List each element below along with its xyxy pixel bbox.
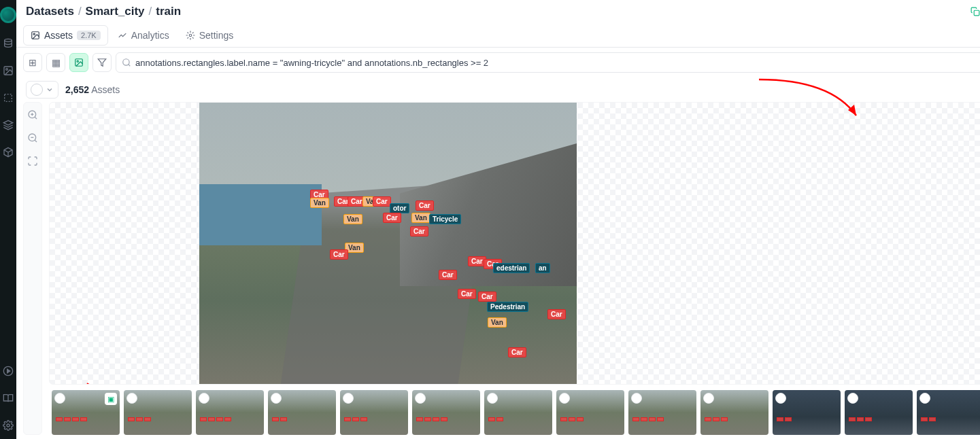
thumbnail[interactable]	[124, 390, 192, 435]
fit-button[interactable]	[27, 156, 38, 169]
selection-icon[interactable]	[1, 91, 15, 105]
annotation-arrow	[84, 380, 186, 385]
svg-marker-4	[3, 120, 12, 125]
thumbnail-strip: ▣	[49, 390, 980, 435]
image-icon: ▣	[105, 393, 117, 405]
tab-assets[interactable]: Assets 2.7K	[23, 25, 108, 46]
label-van[interactable]: Van	[310, 198, 329, 208]
svg-line-22	[35, 140, 37, 142]
layers-icon[interactable]	[1, 118, 15, 132]
label-car[interactable]: Car	[547, 309, 566, 319]
svg-point-7	[7, 424, 10, 427]
thumbnail[interactable]	[196, 390, 264, 435]
asset-count: 2,652 Assets	[65, 84, 120, 95]
gear-icon	[186, 31, 195, 40]
play-icon[interactable]	[1, 364, 15, 378]
viewer: Car Van Car Car Van Car otor Car Van Car…	[49, 102, 980, 435]
label-pedestrian[interactable]: edestrian	[493, 263, 530, 273]
image-icon	[74, 58, 84, 67]
app-sidenav	[0, 0, 16, 439]
table-view-button[interactable]: ▦	[46, 53, 65, 72]
image-canvas[interactable]: Car Van Car Car Van Car otor Car Van Car…	[49, 102, 980, 385]
thumbnail[interactable]	[917, 390, 980, 435]
toolbar: ⊞ ▦	[16, 48, 980, 77]
select-all-dropdown[interactable]	[26, 81, 58, 99]
thumbnail[interactable]	[773, 390, 841, 435]
label-car[interactable]: Car	[439, 270, 457, 280]
svg-line-18	[35, 117, 37, 119]
app-logo[interactable]	[0, 7, 16, 23]
thumbnail[interactable]: ▣	[52, 390, 120, 435]
thumbnail[interactable]	[268, 390, 336, 435]
svg-point-2	[6, 69, 8, 71]
tabbar: Assets 2.7K Analytics Settings	[16, 23, 980, 48]
label-car[interactable]: Car	[478, 292, 496, 302]
query-search[interactable]	[116, 52, 980, 73]
filter-button[interactable]	[92, 53, 112, 72]
circle-icon	[31, 84, 43, 96]
thumbnail[interactable]	[556, 390, 624, 435]
label-van[interactable]: Van	[411, 213, 430, 223]
svg-point-15	[123, 59, 129, 65]
zoom-controls	[23, 102, 42, 435]
breadcrumb-root[interactable]: Datasets	[26, 5, 74, 18]
label-car[interactable]: Car	[458, 289, 476, 299]
thumbnail[interactable]	[845, 390, 913, 435]
label-car[interactable]: Car	[410, 226, 428, 236]
label-pedestrian[interactable]: Pedestrian	[487, 302, 528, 312]
main: Datasets / Smart_city / train 0188baa8-d…	[16, 0, 980, 439]
image-icon[interactable]	[1, 64, 15, 77]
label-van[interactable]: Van	[488, 317, 507, 328]
zoom-out-button[interactable]	[27, 133, 38, 146]
breadcrumb-sep: /	[78, 5, 82, 18]
thumbnail[interactable]	[484, 390, 552, 435]
grid-view-button[interactable]: ⊞	[23, 53, 42, 72]
assets-count-badge: 2.7K	[77, 31, 101, 40]
query-input[interactable]	[135, 58, 980, 68]
zoom-in-button[interactable]	[27, 109, 38, 123]
chevron-down-icon	[46, 86, 54, 94]
thumbnail[interactable]	[340, 390, 408, 435]
book-icon[interactable]	[1, 391, 15, 405]
label-car[interactable]: Car	[416, 200, 434, 211]
cube-icon[interactable]	[1, 145, 15, 159]
label-tricycle[interactable]: Tricycle	[429, 214, 461, 224]
svg-rect-3	[5, 94, 12, 102]
svg-marker-14	[98, 59, 106, 67]
svg-point-10	[33, 33, 35, 35]
label-pedestrian[interactable]: an	[535, 263, 550, 273]
svg-marker-6	[7, 369, 10, 372]
tab-analytics[interactable]: Analytics	[111, 26, 176, 45]
label-motor[interactable]: otor	[390, 203, 409, 213]
svg-point-0	[5, 39, 12, 41]
breadcrumb: Datasets / Smart_city / train	[26, 5, 181, 18]
gear-icon[interactable]	[1, 419, 15, 432]
breadcrumb-sep: /	[149, 5, 152, 18]
svg-line-16	[129, 65, 131, 67]
count-bar: 2,652 Assets 11 / 11 Labels	[16, 77, 980, 102]
label-car[interactable]: Car	[383, 213, 401, 223]
copy-icon	[970, 7, 980, 16]
chart-icon	[118, 31, 127, 40]
label-car[interactable]: Car	[373, 196, 391, 207]
annotated-image: Car Van Car Car Van Car otor Car Van Car…	[199, 103, 577, 385]
breadcrumb-dataset[interactable]: Smart_city	[86, 5, 145, 18]
thumbnail[interactable]	[412, 390, 480, 435]
topbar: Datasets / Smart_city / train 0188baa8-d…	[16, 0, 980, 23]
tab-settings[interactable]: Settings	[179, 26, 241, 45]
svg-rect-8	[974, 10, 979, 16]
thumbnail[interactable]	[700, 390, 768, 435]
breadcrumb-split[interactable]: train	[156, 5, 181, 18]
label-van[interactable]: Van	[343, 214, 362, 224]
svg-point-13	[77, 60, 78, 62]
image-icon	[31, 31, 40, 40]
dataset-hash[interactable]: 0188baa8-dd0e-724e-8550-5ffe023217b6	[970, 7, 980, 17]
db-icon[interactable]	[1, 37, 15, 50]
filter-icon	[97, 58, 107, 67]
search-icon	[122, 58, 131, 67]
image-view-button[interactable]	[69, 53, 88, 72]
thumbnail[interactable]	[628, 390, 696, 435]
label-car[interactable]: Car	[508, 347, 526, 357]
label-car[interactable]: Car	[330, 249, 348, 260]
content: Car Van Car Car Van Car otor Car Van Car…	[16, 102, 980, 439]
